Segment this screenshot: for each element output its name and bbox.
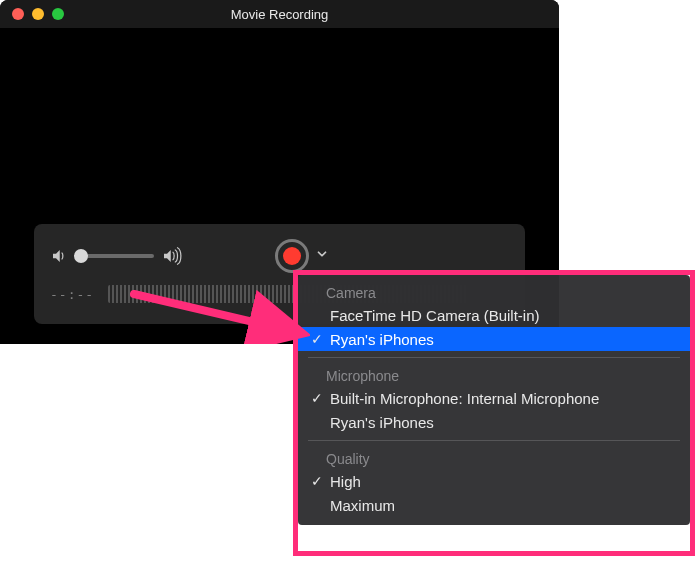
window-controls (0, 8, 64, 20)
record-button[interactable] (275, 239, 309, 273)
quality-option-high[interactable]: ✓ High (298, 469, 690, 493)
menu-item-label: Ryan's iPhones (330, 331, 676, 348)
volume-control (50, 247, 184, 265)
microphone-option-iphone[interactable]: Ryan's iPhones (298, 410, 690, 434)
check-icon: ✓ (310, 390, 324, 406)
titlebar: Movie Recording (0, 0, 559, 28)
window-title: Movie Recording (0, 7, 559, 22)
menu-separator (308, 357, 680, 358)
record-options-chevron-icon[interactable] (315, 247, 329, 265)
record-area (184, 239, 389, 273)
menu-item-label: Built-in Microphone: Internal Microphone (330, 390, 676, 407)
microphone-option-builtin[interactable]: ✓ Built-in Microphone: Internal Micropho… (298, 386, 690, 410)
controls-row (50, 234, 509, 278)
menu-item-label: High (330, 473, 676, 490)
menu-heading-camera: Camera (298, 281, 690, 303)
timecode: --:-- (50, 287, 94, 302)
record-dot-icon (283, 247, 301, 265)
menu-item-label: Maximum (330, 497, 676, 514)
volume-high-icon (162, 247, 184, 265)
camera-option-iphone[interactable]: ✓ Ryan's iPhones (298, 327, 690, 351)
menu-item-label: FaceTime HD Camera (Built-in) (330, 307, 676, 324)
close-button[interactable] (12, 8, 24, 20)
check-icon: ✓ (310, 331, 324, 347)
volume-slider-knob[interactable] (74, 249, 88, 263)
record-options-menu: Camera FaceTime HD Camera (Built-in) ✓ R… (298, 275, 690, 525)
minimize-button[interactable] (32, 8, 44, 20)
maximize-button[interactable] (52, 8, 64, 20)
menu-heading-microphone: Microphone (298, 364, 690, 386)
camera-option-facetime[interactable]: FaceTime HD Camera (Built-in) (298, 303, 690, 327)
menu-separator (308, 440, 680, 441)
menu-heading-quality: Quality (298, 447, 690, 469)
menu-item-label: Ryan's iPhones (330, 414, 676, 431)
check-icon: ✓ (310, 473, 324, 489)
volume-low-icon (50, 247, 68, 265)
quality-option-maximum[interactable]: Maximum (298, 493, 690, 517)
volume-slider[interactable] (76, 254, 154, 258)
